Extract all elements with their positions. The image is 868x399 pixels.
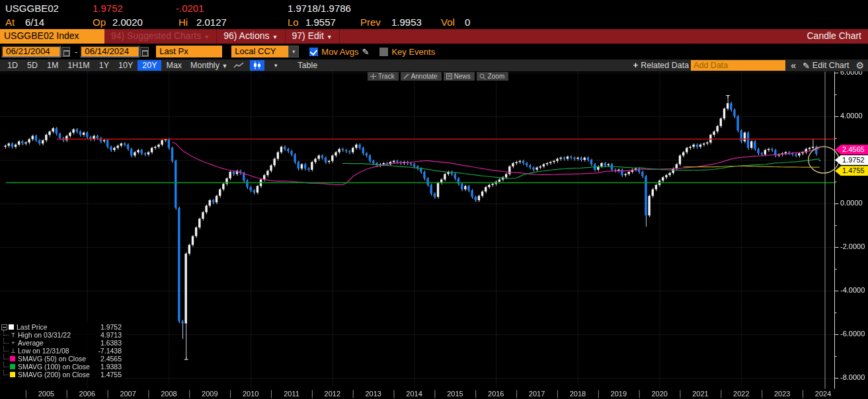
tree-branch <box>3 346 9 351</box>
tree-branch <box>3 338 9 344</box>
zoom-button[interactable]: Zoom <box>477 72 509 81</box>
open-label: Op <box>93 17 106 28</box>
key-events-checkbox[interactable] <box>379 48 388 56</box>
security-field[interactable]: USGGBE02 Index <box>0 29 104 44</box>
tree-branch <box>3 354 9 359</box>
mov-avgs-label: Mov Avgs <box>321 47 358 57</box>
legend-row-sma200[interactable]: SMAVG (200) on Close1.4755 <box>1 371 124 379</box>
plus-icon: + <box>633 61 638 70</box>
annotate-button[interactable]: Annotate <box>401 72 442 81</box>
last-price-swatch <box>9 324 14 330</box>
bid-ask: 1.9718/1.9786 <box>288 3 351 14</box>
legend-row-high[interactable]: T High on 03/31/224.9713 <box>1 331 124 339</box>
menu-actions[interactable]: 96) Actions▾ <box>217 29 285 44</box>
crosshair-icon <box>370 73 376 79</box>
price-field-select[interactable]: Last Px <box>156 46 222 57</box>
chart-legend: Last Price1.9752 T High on 03/31/224.971… <box>1 323 124 379</box>
magnifier-icon <box>479 73 486 80</box>
chart-type-label: Candle Chart <box>807 29 868 44</box>
legend-row-last-price[interactable]: Last Price1.9752 <box>1 323 124 331</box>
table-button[interactable]: Table <box>297 61 317 70</box>
range-1m[interactable]: 1M <box>42 60 63 71</box>
prev-label: Prev <box>360 17 381 28</box>
news-icon <box>446 73 452 79</box>
candle-chart-icon[interactable] <box>250 60 264 71</box>
high-label: Hi <box>178 17 188 28</box>
mov-avgs-checkbox[interactable] <box>309 48 318 56</box>
range-1h1m[interactable]: 1H1M <box>63 60 94 71</box>
tree-branch <box>3 330 9 336</box>
range-1d[interactable]: 1D <box>3 60 22 71</box>
pencil-icon <box>403 73 409 79</box>
range-10y[interactable]: 10Y <box>114 60 138 71</box>
chart-type-dropdown[interactable]: ▾ <box>268 60 283 71</box>
range-20y-selected[interactable]: 20Y <box>138 60 161 71</box>
at-label: At <box>5 17 15 28</box>
date-from-input[interactable] <box>1 46 61 57</box>
tree-collapse-icon[interactable] <box>1 324 7 330</box>
open-value: 2.0020 <box>112 17 143 28</box>
legend-row-low[interactable]: ⊥ Low on 12/31/08-7.1438 <box>1 347 124 355</box>
currency-select[interactable]: Local CCY <box>231 46 288 57</box>
period-select[interactable]: Monthly ▼ <box>190 61 227 70</box>
sma200-swatch <box>10 372 15 377</box>
menu-edit[interactable]: 97) Edit▾ <box>286 29 340 44</box>
date-separator: - <box>75 47 77 57</box>
calendar-icon[interactable] <box>140 47 149 57</box>
line-chart-icon[interactable] <box>231 60 246 71</box>
low-marker-icon: ⊥ <box>10 347 17 354</box>
chart-controls: - Last Px Local CCY ▾ Mov Avgs ✎ Key Eve… <box>0 44 868 59</box>
sma200-price-chip: 1.4755 <box>835 166 868 176</box>
chevron-down-icon: ▾ <box>205 33 208 40</box>
tree-branch <box>3 370 9 375</box>
legend-row-sma50[interactable]: SMAVG (50) on Close2.4565 <box>1 355 124 363</box>
news-button[interactable]: News <box>444 72 475 81</box>
price-chart-canvas[interactable] <box>0 71 868 399</box>
range-max[interactable]: Max <box>161 60 186 71</box>
chevron-down-icon: ▾ <box>328 33 331 40</box>
range-5d[interactable]: 5D <box>22 60 42 71</box>
chevron-down-icon: ▼ <box>221 63 227 69</box>
calendar-icon[interactable] <box>61 47 70 57</box>
sma50-swatch <box>10 356 15 361</box>
chart-area: Track Annotate News Zoom 2.4565 1.9752 1… <box>0 71 868 399</box>
gear-icon[interactable]: ⚙ <box>855 60 864 71</box>
legend-row-sma100[interactable]: SMAVG (100) on Close1.9383 <box>1 363 124 371</box>
menubar: USGGBE02 Index 94) Suggested Charts▾ 96)… <box>0 29 868 44</box>
range-1y[interactable]: 1Y <box>95 60 114 71</box>
chevron-down-icon: ▾ <box>274 33 277 40</box>
last-price-chip: 1.9752 <box>835 155 868 165</box>
key-events-label: Key Events <box>391 47 435 57</box>
high-marker-icon: T <box>10 332 17 338</box>
vol-value: 0 <box>465 17 470 28</box>
collapse-panel-icon[interactable]: « <box>791 60 796 71</box>
related-data-button[interactable]: Related Data <box>641 61 689 70</box>
chart-toolbar: 1D 5D 1M 1H1M 1Y 10Y 20Y Max Monthly ▼ ▾… <box>0 59 868 71</box>
currency-dropdown-button[interactable]: ▾ <box>288 46 299 57</box>
track-button[interactable]: Track <box>368 72 399 81</box>
terminal-screen: USGGBE02 1.9752 -.0201 1.9718/1.9786 At … <box>0 0 868 399</box>
vol-label: Vol <box>441 17 455 28</box>
edit-chart-button[interactable]: Edit Chart <box>812 61 849 70</box>
high-value: 2.0127 <box>196 17 227 28</box>
sma100-swatch <box>10 364 15 369</box>
low-value: 1.9557 <box>305 17 336 28</box>
last-price: 1.9752 <box>93 3 123 14</box>
chart-float-toolbar: Track Annotate News Zoom <box>368 72 508 81</box>
at-value: 6/14 <box>25 17 44 28</box>
prev-value: 1.9953 <box>391 17 422 28</box>
low-label: Lo <box>288 17 299 28</box>
quote-header: USGGBE02 1.9752 -.0201 1.9718/1.9786 At … <box>0 0 868 29</box>
tree-branch <box>3 362 9 367</box>
sma50-price-chip: 2.4565 <box>835 145 868 155</box>
add-data-input[interactable] <box>691 60 785 71</box>
date-to-input[interactable] <box>80 46 139 57</box>
menu-suggested-charts[interactable]: 94) Suggested Charts▾ <box>104 29 217 44</box>
legend-row-average[interactable]: + Average1.6383 <box>1 339 124 347</box>
pencil-icon: ✎ <box>803 61 810 71</box>
pencil-icon[interactable]: ✎ <box>362 47 369 57</box>
ticker: USGGBE02 <box>5 3 59 14</box>
average-marker-icon: + <box>10 340 17 346</box>
net-change: -.0201 <box>176 3 204 14</box>
